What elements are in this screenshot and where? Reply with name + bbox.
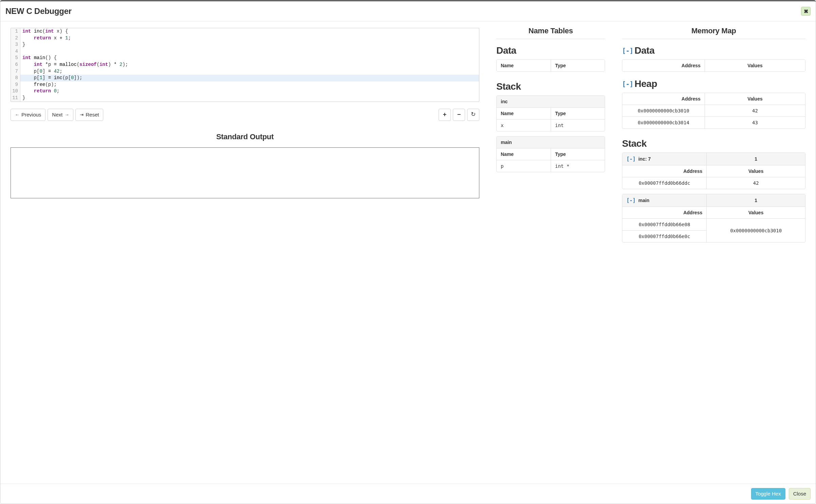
code-text: p[1] = inc(p[0]); — [20, 75, 479, 82]
value-cell: 0x0000000000cb3010 — [706, 218, 805, 242]
code-text: p[0] = 42; — [20, 68, 479, 75]
line-number: 8 — [11, 75, 20, 82]
code-line[interactable]: 5int main() { — [11, 55, 479, 61]
collapse-toggle-icon[interactable]: [-] — [622, 47, 633, 54]
arrow-right-icon: → — [65, 112, 69, 118]
mm-stack-title: Stack — [622, 138, 805, 149]
code-line[interactable]: 6 int *p = malloc(sizeof(int) * 2); — [11, 61, 479, 68]
address-cell: 0x0000000000cb3010 — [622, 105, 705, 116]
col-type: Type — [551, 107, 605, 119]
code-text — [20, 48, 479, 55]
code-line[interactable]: 11} — [11, 95, 479, 102]
left-column: 1int inc(int x) {2 return x + 1;3}4 5int… — [11, 26, 479, 198]
close-footer-button[interactable]: Close — [789, 488, 811, 500]
frame-count: 1 — [706, 194, 805, 206]
reset-label: Reset — [86, 112, 99, 118]
table-row: pint * — [497, 160, 605, 172]
col-address: Address — [622, 93, 705, 105]
col-address: Address — [622, 60, 705, 71]
code-editor[interactable]: 1int inc(int x) {2 return x + 1;3}4 5int… — [11, 28, 479, 102]
reset-icon: ⇥ — [80, 112, 84, 118]
refresh-button[interactable]: ↻ — [467, 109, 479, 121]
reset-button[interactable]: ⇥ Reset — [75, 109, 103, 121]
close-button[interactable]: ✖ — [801, 7, 811, 16]
refresh-icon: ↻ — [471, 111, 476, 118]
address-cell: 0x00007ffdd0b66e08 — [622, 218, 706, 230]
frame-name: inc: 7 — [637, 156, 651, 162]
mm-stack-frame: [-] main1AddressValues0x00007ffdd0b66e08… — [622, 194, 805, 242]
next-button[interactable]: Next → — [48, 109, 73, 121]
previous-label: Previous — [21, 112, 41, 118]
code-line[interactable]: 7 p[0] = 42; — [11, 68, 479, 75]
mm-heap-label: Heap — [635, 78, 657, 89]
previous-button[interactable]: ← Previous — [11, 109, 46, 121]
table-row: 0x0000000000cb301042 — [622, 105, 805, 116]
line-number: 11 — [11, 95, 20, 102]
name-table-stack-frames: incNameTypexintmainNameTypepint * — [496, 95, 605, 172]
line-number: 7 — [11, 68, 20, 75]
col-name: Name — [497, 148, 551, 160]
frame-header: [-] main — [622, 194, 706, 206]
var-type: int * — [551, 160, 605, 172]
mm-data-table: Address Values — [622, 59, 805, 72]
col-address: Address — [622, 206, 706, 218]
code-line[interactable]: 8 p[1] = inc(p[0]); — [11, 75, 479, 82]
code-text: } — [20, 41, 479, 48]
next-label: Next — [52, 112, 63, 118]
line-number: 5 — [11, 55, 20, 61]
close-icon: ✖ — [804, 8, 808, 15]
table-row: xint — [497, 119, 605, 131]
col-name: Name — [497, 60, 551, 71]
memory-map-title: Memory Map — [622, 26, 805, 39]
frame-name: main — [497, 137, 605, 148]
col-type: Type — [551, 148, 605, 160]
address-cell: 0x0000000000cb3014 — [622, 116, 705, 128]
code-line[interactable]: 4 — [11, 48, 479, 55]
col-values: Values — [705, 93, 805, 105]
code-line[interactable]: 10 return 0; — [11, 88, 479, 95]
var-type: int — [551, 119, 605, 131]
frame-name: main — [637, 198, 650, 203]
plus-icon: + — [443, 111, 447, 119]
mm-data-title: [-]Data — [622, 45, 805, 56]
minus-icon: − — [457, 111, 461, 119]
col-values: Values — [706, 165, 805, 177]
data-section-title: Data — [496, 45, 605, 56]
zoom-in-button[interactable]: + — [439, 109, 451, 121]
stdout-box[interactable] — [11, 147, 479, 198]
zoom-out-button[interactable]: − — [453, 109, 465, 121]
collapse-toggle-icon[interactable]: [-] — [626, 156, 636, 162]
table-row: 0x00007ffdd0b66e080x0000000000cb3010 — [622, 218, 805, 230]
code-line[interactable]: 3} — [11, 41, 479, 48]
stack-frame-table: incNameTypexint — [496, 95, 605, 131]
toggle-hex-button[interactable]: Toggle Hex — [751, 488, 785, 500]
data-name-table: Name Type — [496, 59, 605, 72]
code-text: int inc(int x) { — [20, 28, 479, 35]
value-cell: 43 — [705, 116, 805, 128]
col-type: Type — [551, 60, 605, 71]
address-cell: 0x00007ffdd0b66ddc — [622, 177, 706, 189]
code-text: return 0; — [20, 88, 479, 95]
code-line[interactable]: 1int inc(int x) { — [11, 28, 479, 35]
collapse-toggle-icon[interactable]: [-] — [626, 197, 636, 203]
stack-frame-table: mainNameTypepint * — [496, 136, 605, 172]
modal-title: NEW C Debugger — [5, 6, 71, 16]
code-line[interactable]: 9 free(p); — [11, 82, 479, 88]
collapse-toggle-icon[interactable]: [-] — [622, 80, 633, 88]
modal-header: NEW C Debugger ✖ — [0, 1, 816, 21]
arrow-left-icon: ← — [15, 112, 19, 118]
mm-heap-table: Address Values 0x0000000000cb3010420x000… — [622, 93, 805, 129]
frame-name: inc — [497, 96, 605, 107]
modal-footer: Toggle Hex Close — [0, 484, 816, 504]
step-controls: ← Previous Next → ⇥ Reset — [11, 109, 479, 121]
var-name: x — [497, 119, 551, 131]
line-number: 4 — [11, 48, 20, 55]
mm-stack-frames: [-] inc: 71AddressValues0x00007ffdd0b66d… — [622, 152, 805, 242]
code-line[interactable]: 2 return x + 1; — [11, 35, 479, 42]
col-name: Name — [497, 107, 551, 119]
value-cell: 42 — [705, 105, 805, 116]
code-text: free(p); — [20, 82, 479, 88]
line-number: 10 — [11, 88, 20, 95]
stdout-title: Standard Output — [11, 132, 479, 141]
mm-heap-title: [-]Heap — [622, 78, 805, 89]
